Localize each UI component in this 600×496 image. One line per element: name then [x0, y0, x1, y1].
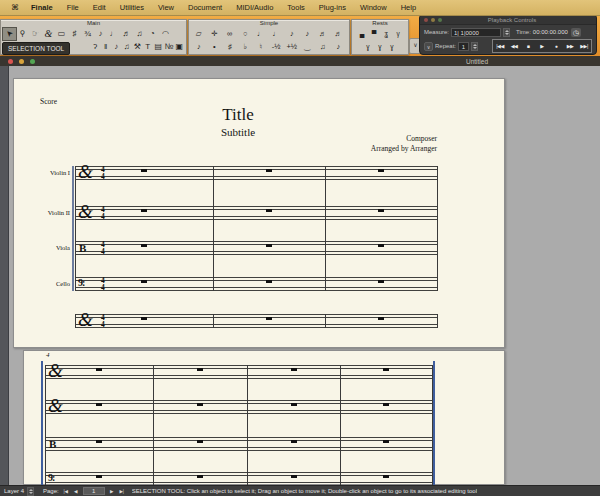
system-left-edge-handle[interactable]: [41, 361, 43, 485]
text-tool-icon[interactable]: T: [143, 41, 154, 53]
sixty-fourth-note-icon[interactable]: ♬: [331, 28, 347, 40]
eraser-icon[interactable]: ▱: [191, 28, 207, 40]
treble-clef-icon[interactable]: &: [48, 361, 63, 380]
score-title-text[interactable]: Title: [13, 105, 463, 125]
menu-item-midi-audio[interactable]: MIDI/Audio: [229, 3, 280, 12]
repitch-icon[interactable]: ✛: [207, 28, 223, 40]
selection-tool-icon[interactable]: ➤: [3, 28, 16, 40]
whole-rest-icon[interactable]: ▄: [356, 28, 368, 40]
alto-clef-icon[interactable]: B: [49, 439, 56, 450]
whole-rest[interactable]: [378, 317, 384, 320]
menu-item-help[interactable]: Help: [394, 3, 423, 12]
graphics-tool-icon[interactable]: ▣: [174, 41, 185, 53]
whole-rest[interactable]: [141, 244, 147, 247]
time-signature-bottom[interactable]: 4: [101, 213, 105, 220]
staff-tool-icon[interactable]: &: [42, 28, 55, 40]
arranger-text[interactable]: Arranged by Arranger: [237, 144, 437, 153]
whole-rest[interactable]: [266, 280, 272, 283]
menu-item-window[interactable]: Window: [353, 3, 394, 12]
thirty-second-rest-icon[interactable]: ɣ: [374, 41, 386, 53]
repeat-field[interactable]: 1: [458, 42, 469, 51]
whole-note-icon[interactable]: ○: [238, 28, 254, 40]
whole-rest[interactable]: [266, 169, 272, 172]
zoom-tool-icon[interactable]: ⚲: [16, 28, 29, 40]
whole-rest[interactable]: [197, 368, 203, 371]
bass-clef-icon[interactable]: 9:: [78, 278, 84, 288]
hand-grabber-tool-icon[interactable]: ☞: [29, 28, 42, 40]
menu-item-edit[interactable]: Edit: [86, 3, 113, 12]
apple-menu-icon[interactable]: ⌘: [6, 3, 24, 12]
page-layout-tool-icon[interactable]: ▤: [153, 41, 164, 53]
instrument-label[interactable]: Viola: [18, 244, 70, 251]
whole-rest[interactable]: [378, 244, 384, 247]
whole-rest[interactable]: [383, 368, 389, 371]
whole-rest[interactable]: [141, 317, 147, 320]
grace-note-slash-icon[interactable]: ♪: [331, 41, 347, 53]
whole-rest[interactable]: [378, 280, 384, 283]
whole-rest[interactable]: [378, 209, 384, 212]
minimize-icon[interactable]: [19, 59, 24, 64]
repeat-tool-icon[interactable]: ‖: [101, 41, 112, 53]
instrument-label[interactable]: Violin I: [18, 169, 70, 176]
first-page-button[interactable]: |◀: [62, 487, 70, 495]
lyrics-tool-icon[interactable]: ♪: [111, 41, 122, 53]
key-signature-tool-icon[interactable]: ♯: [68, 28, 81, 40]
zoom-window-icon[interactable]: [438, 18, 442, 22]
double-whole-note-icon[interactable]: ∞: [222, 28, 238, 40]
grace-note-icon[interactable]: ♪: [191, 41, 207, 53]
treble-clef-icon[interactable]: &: [78, 310, 93, 329]
whole-rest[interactable]: [291, 403, 297, 406]
whole-rest[interactable]: [141, 169, 147, 172]
menu-item-tools[interactable]: Tools: [280, 3, 312, 12]
quarter-note-icon[interactable]: ♩: [269, 28, 285, 40]
tuplet-tool-icon[interactable]: ♫: [133, 28, 146, 40]
measure-number-tool-icon[interactable]: №: [164, 41, 175, 53]
whole-rest[interactable]: [197, 440, 203, 443]
sharp-icon[interactable]: ♯: [222, 41, 238, 53]
layer-stepper[interactable]: [27, 487, 34, 496]
whole-rest[interactable]: [266, 244, 272, 247]
hyperscribe-tool-icon[interactable]: ♬: [120, 28, 133, 40]
half-rest-icon[interactable]: ▀: [368, 28, 380, 40]
whole-rest[interactable]: [291, 440, 297, 443]
whole-rest[interactable]: [141, 209, 147, 212]
sixteenth-rest-icon[interactable]: ɣ: [362, 41, 374, 53]
sixty-fourth-rest-icon[interactable]: ɣ: [386, 41, 398, 53]
play-button[interactable]: ▶: [535, 41, 549, 52]
whole-rest[interactable]: [141, 280, 147, 283]
treble-clef-icon[interactable]: &: [78, 202, 93, 221]
whole-rest[interactable]: [96, 368, 102, 371]
chord-tool-icon[interactable]: ♫: [122, 41, 133, 53]
last-page-button[interactable]: ▶|: [118, 487, 126, 495]
thirty-second-note-icon[interactable]: ♬: [315, 28, 331, 40]
back-to-start-button[interactable]: |◀◀: [493, 41, 507, 52]
menu-item-file[interactable]: File: [60, 3, 86, 12]
record-button[interactable]: ●: [549, 41, 563, 52]
time-signature-tool-icon[interactable]: ¾: [81, 28, 94, 40]
stop-button[interactable]: ■: [521, 41, 535, 52]
whole-rest[interactable]: [383, 403, 389, 406]
composer-text[interactable]: Composer: [237, 134, 437, 143]
measure-tool-icon[interactable]: ▭: [55, 28, 68, 40]
bass-clef-icon[interactable]: 9:: [48, 473, 54, 483]
tie-icon[interactable]: ‿: [300, 41, 316, 53]
prev-page-button[interactable]: ◀: [72, 487, 80, 495]
whole-rest[interactable]: [383, 475, 389, 478]
go-to-end-button[interactable]: ▶▶|: [577, 41, 591, 52]
whole-rest[interactable]: [197, 475, 203, 478]
special-tools-icon[interactable]: ⚒: [132, 41, 143, 53]
layer-selector[interactable]: Layer 4: [4, 488, 24, 494]
speedy-entry-tool-icon[interactable]: ♩: [107, 28, 120, 40]
smart-shape-tool-icon[interactable]: ◠: [159, 28, 172, 40]
time-signature-bottom[interactable]: 4: [101, 173, 105, 180]
time-signature-bottom[interactable]: 4: [101, 284, 105, 291]
whole-rest[interactable]: [291, 368, 297, 371]
quarter-rest-icon[interactable]: ʓ: [380, 28, 392, 40]
system-right-edge-handle[interactable]: [433, 361, 435, 485]
instrument-label[interactable]: Cello: [18, 280, 70, 287]
whole-rest[interactable]: [378, 169, 384, 172]
measure-stepper[interactable]: [503, 28, 510, 37]
close-icon[interactable]: [8, 59, 13, 64]
close-icon[interactable]: [424, 18, 428, 22]
whole-rest[interactable]: [96, 475, 102, 478]
